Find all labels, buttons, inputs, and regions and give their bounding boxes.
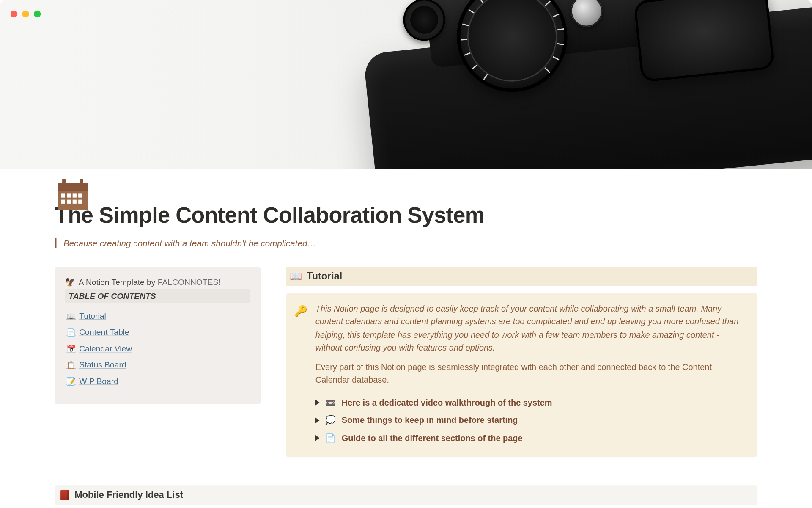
cover-camera-illustration: ON 4000200010005002501801256030158421TBA bbox=[288, 0, 812, 169]
dial-number: 500 bbox=[469, 27, 477, 51]
dial-number: 1000 bbox=[468, 39, 483, 63]
cover-image[interactable]: ON 4000200010005002501801256030158421TBA bbox=[0, 0, 812, 169]
dial-number: 1 bbox=[546, 19, 556, 43]
toc-item[interactable]: 📋Status Board bbox=[65, 356, 250, 373]
byline-brand[interactable]: FALCONNOTES bbox=[158, 277, 218, 287]
page-subtitle-quote[interactable]: Because creating content with a team sho… bbox=[55, 238, 757, 248]
byline-suffix: ! bbox=[218, 277, 220, 287]
toc-item[interactable]: 📅Calendar View bbox=[65, 340, 250, 357]
dial-number: 30 bbox=[496, 0, 520, 3]
bird-icon: 🦅 bbox=[65, 277, 75, 287]
toc-item-icon: 📖 bbox=[66, 311, 76, 320]
toggle-emoji-icon: 📄 bbox=[325, 431, 336, 444]
toggle-emoji-icon: 📼 bbox=[325, 396, 336, 409]
book-icon: 📖 bbox=[290, 270, 302, 282]
toc-sidebar: 🦅 A Notion Template by FALCONNOTES! TABL… bbox=[55, 267, 261, 404]
minimize-window-button[interactable] bbox=[22, 11, 29, 18]
tutorial-heading[interactable]: 📖 Tutorial bbox=[286, 267, 757, 286]
dial-number: 8 bbox=[519, 0, 543, 11]
svg-rect-2 bbox=[62, 179, 66, 185]
svg-rect-7 bbox=[78, 193, 82, 197]
svg-rect-6 bbox=[73, 193, 77, 197]
dial-number: 125 bbox=[475, 0, 497, 17]
calendar-icon bbox=[55, 177, 91, 213]
dial-number: 2000 bbox=[472, 50, 491, 72]
toggle-item[interactable]: 💭Some things to keep in mind before star… bbox=[315, 411, 747, 429]
tutorial-callout: 🔑 This Notion page is designed to easily… bbox=[286, 293, 757, 457]
dial-number: T bbox=[545, 31, 556, 55]
toggle-triangle-icon bbox=[315, 435, 320, 441]
toggle-label: Some things to keep in mind before start… bbox=[342, 414, 518, 427]
page-body: The Simple Content Collaboration System … bbox=[0, 203, 812, 508]
toc-item-label: Tutorial bbox=[79, 311, 106, 320]
toggle-item[interactable]: 📄Guide to all the different sections of … bbox=[315, 429, 747, 447]
svg-rect-10 bbox=[73, 200, 77, 204]
dial-number: 180 bbox=[470, 5, 488, 28]
maximize-window-button[interactable] bbox=[34, 11, 41, 18]
toc-item-icon: 📝 bbox=[66, 377, 76, 386]
toc-item-icon: 📅 bbox=[66, 344, 76, 353]
traffic-lights bbox=[11, 11, 41, 18]
dial-number: 250 bbox=[468, 15, 480, 39]
byline-prefix: A Notion Template by bbox=[79, 277, 158, 287]
toc-item-label: Calendar View bbox=[79, 344, 132, 353]
mobile-idea-list-heading[interactable]: Mobile Friendly Idea List bbox=[55, 486, 757, 505]
toggle-label: Guide to all the different sections of t… bbox=[342, 431, 523, 444]
main-column: 📖 Tutorial 🔑 This Notion page is designe… bbox=[286, 267, 757, 457]
toc-item-icon: 📋 bbox=[66, 360, 76, 369]
window-frame: ON 4000200010005002501801256030158421TBA… bbox=[0, 0, 812, 508]
svg-rect-9 bbox=[67, 200, 71, 204]
toc-item-label: Content Table bbox=[79, 327, 129, 337]
toggle-label: Here is a dedicated video walkthrough of… bbox=[342, 396, 552, 409]
svg-rect-3 bbox=[80, 179, 83, 185]
key-icon: 🔑 bbox=[294, 304, 307, 447]
toggle-emoji-icon: 💭 bbox=[325, 414, 336, 427]
page-title[interactable]: The Simple Content Collaboration System bbox=[55, 203, 757, 228]
tutorial-para2: Every part of this Notion page is seamle… bbox=[315, 361, 747, 387]
toc-item-icon: 📄 bbox=[66, 328, 76, 337]
toc-item[interactable]: 📄Content Table bbox=[65, 324, 250, 340]
notebook-icon bbox=[60, 490, 69, 501]
tutorial-intro: This Notion page is designed to easily k… bbox=[315, 302, 747, 355]
tutorial-heading-label: Tutorial bbox=[307, 271, 342, 282]
toc-header: TABLE OF CONTENTS bbox=[65, 289, 250, 303]
byline: 🦅 A Notion Template by FALCONNOTES! bbox=[65, 277, 250, 287]
page-icon[interactable] bbox=[55, 177, 91, 213]
toc-item-label: WIP Board bbox=[79, 376, 118, 386]
mobile-idea-list-label: Mobile Friendly Idea List bbox=[74, 490, 183, 501]
dial-number: 4000 bbox=[479, 60, 502, 78]
close-window-button[interactable] bbox=[11, 11, 18, 18]
dial-number: B bbox=[539, 42, 555, 66]
dial-number: 15 bbox=[508, 0, 532, 4]
dial-number: 60 bbox=[485, 0, 509, 9]
svg-rect-11 bbox=[78, 200, 82, 204]
toggle-triangle-icon bbox=[315, 417, 320, 423]
svg-rect-4 bbox=[61, 193, 65, 197]
toggle-triangle-icon bbox=[315, 400, 320, 406]
svg-rect-8 bbox=[61, 200, 65, 204]
toc-item-label: Status Board bbox=[79, 360, 126, 369]
toggle-item[interactable]: 📼Here is a dedicated video walkthrough o… bbox=[315, 394, 747, 411]
dial-number: 2 bbox=[539, 8, 555, 32]
svg-rect-5 bbox=[67, 193, 71, 197]
toc-item[interactable]: 📝WIP Board bbox=[65, 373, 250, 389]
toc-item[interactable]: 📖Tutorial bbox=[65, 308, 250, 324]
